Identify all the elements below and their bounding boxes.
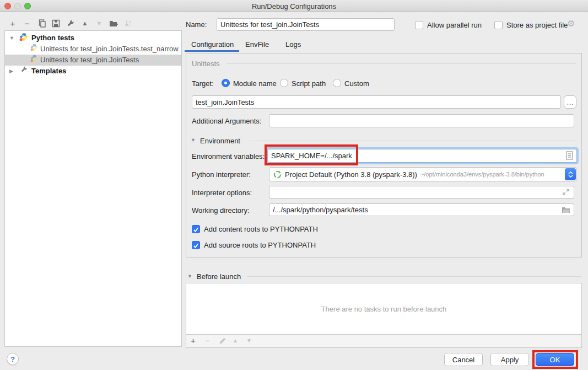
expand-field-icon[interactable] bbox=[562, 188, 570, 198]
environment-collapse-icon[interactable]: ▼ bbox=[191, 137, 196, 143]
group-divider bbox=[226, 63, 576, 64]
tree-item-templates[interactable]: ▶ Templates bbox=[5, 66, 181, 77]
radio-module-name-label[interactable]: Module name bbox=[233, 79, 277, 88]
wrench-icon bbox=[20, 66, 29, 74]
tree-item-label: Templates bbox=[31, 66, 66, 77]
svg-text:z: z bbox=[129, 24, 131, 27]
store-as-project-file-label: Store as project file bbox=[506, 21, 568, 29]
working-directory-input[interactable] bbox=[269, 203, 574, 216]
before-launch-divider bbox=[247, 276, 581, 277]
active-tab-underline bbox=[185, 50, 239, 52]
environment-variables-input[interactable] bbox=[267, 149, 577, 163]
add-source-roots-checkbox[interactable] bbox=[192, 241, 200, 249]
ok-button[interactable]: OK bbox=[536, 353, 574, 366]
help-button[interactable]: ? bbox=[7, 353, 19, 365]
tree-item-unittests-narrow[interactable]: Unittests for test_join.JoinTests.test_n… bbox=[5, 44, 181, 55]
environment-header[interactable]: Environment bbox=[200, 137, 240, 145]
configuration-panel: Unittests Target: Module name Script pat… bbox=[186, 53, 582, 258]
move-task-down-icon: ▼ bbox=[246, 337, 252, 344]
environment-variables-label: Environment variables: bbox=[192, 152, 265, 160]
cancel-button[interactable]: Cancel bbox=[444, 353, 483, 366]
allow-parallel-run-label: Allow parallel run bbox=[427, 21, 482, 29]
env-vars-focus-ring bbox=[266, 147, 579, 164]
save-icon[interactable] bbox=[51, 18, 61, 28]
remove-icon[interactable]: − bbox=[22, 18, 32, 28]
add-source-roots-label[interactable]: Add source roots to PYTHONPATH bbox=[204, 241, 316, 249]
python-interpreter-combo[interactable]: Project Default (Python 3.8 (pyspark-3.8… bbox=[269, 167, 577, 181]
tab-configuration[interactable]: Configuration bbox=[191, 40, 234, 49]
add-content-roots-checkbox[interactable] bbox=[192, 225, 200, 233]
svg-text:a: a bbox=[129, 20, 131, 23]
module-name-input[interactable] bbox=[192, 95, 561, 109]
tree-item-label: Unittests for test_join.JoinTests bbox=[40, 55, 139, 66]
additional-arguments-label: Additional Arguments: bbox=[192, 117, 261, 125]
move-task-up-icon: ▲ bbox=[233, 337, 238, 344]
edit-defaults-wrench-icon[interactable] bbox=[65, 18, 75, 28]
apply-button[interactable]: Apply bbox=[490, 353, 529, 366]
python-tests-icon bbox=[19, 33, 28, 41]
radio-module-name[interactable] bbox=[222, 79, 230, 87]
interpreter-options-label: Interpreter options: bbox=[192, 189, 252, 197]
name-label: Name: bbox=[186, 20, 207, 29]
add-content-roots-label[interactable]: Add content roots to PYTHONPATH bbox=[204, 225, 318, 233]
before-launch-header[interactable]: Before launch bbox=[197, 272, 241, 281]
python-interpreter-label: Python interpreter: bbox=[192, 170, 251, 179]
remove-task-icon: − bbox=[205, 336, 210, 345]
before-launch-task-list: There are no tasks to run before launch bbox=[186, 283, 582, 335]
radio-script-path-label[interactable]: Script path bbox=[292, 79, 326, 88]
edit-task-pencil-icon bbox=[219, 337, 226, 347]
run-configurations-tree: ▼ Python tests Unittests for test_join.J… bbox=[4, 30, 182, 347]
expand-triangle-icon[interactable]: ▶ bbox=[9, 66, 13, 77]
conda-environment-icon bbox=[273, 170, 282, 179]
unittests-group-title: Unittests bbox=[192, 60, 220, 68]
before-launch-empty-text: There are no tasks to run before launch bbox=[321, 305, 447, 313]
target-label: Target: bbox=[192, 79, 214, 88]
window-title: Run/Debug Configurations bbox=[0, 2, 588, 10]
additional-arguments-input[interactable] bbox=[269, 114, 574, 127]
move-up-icon[interactable]: ▲ bbox=[80, 18, 90, 28]
allow-parallel-run-checkbox[interactable] bbox=[415, 21, 423, 29]
env-vars-list-icon[interactable] bbox=[566, 151, 573, 162]
python-test-icon bbox=[30, 55, 39, 63]
folder-icon[interactable] bbox=[562, 206, 570, 216]
tree-item-unittests-jointests[interactable]: Unittests for test_join.JoinTests bbox=[5, 55, 181, 66]
environment-divider bbox=[249, 141, 576, 141]
tab-envfile[interactable]: EnvFile bbox=[245, 40, 269, 49]
add-task-icon[interactable]: + bbox=[191, 336, 196, 345]
collapse-triangle-icon[interactable]: ▼ bbox=[9, 33, 14, 44]
combo-stepper-icon[interactable] bbox=[565, 168, 576, 180]
radio-custom-label[interactable]: Custom bbox=[344, 79, 369, 88]
name-input[interactable] bbox=[217, 18, 395, 31]
store-as-project-file-checkbox[interactable] bbox=[494, 21, 503, 29]
tree-item-label: Python tests bbox=[31, 33, 74, 44]
gear-icon[interactable]: ⚙ bbox=[567, 18, 575, 29]
tree-item-label: Unittests for test_join.JoinTests.test_n… bbox=[40, 44, 179, 55]
browse-more-button[interactable]: … bbox=[564, 95, 576, 109]
title-bar: Run/Debug Configurations bbox=[0, 0, 588, 12]
new-folder-icon[interactable] bbox=[109, 18, 118, 28]
working-directory-label: Working directory: bbox=[192, 206, 250, 215]
add-icon[interactable]: + bbox=[8, 18, 18, 28]
sort-alphabetically-icon: az bbox=[123, 18, 133, 28]
tree-item-python-tests[interactable]: ▼ Python tests bbox=[5, 33, 181, 44]
before-launch-collapse-icon[interactable]: ▼ bbox=[187, 274, 192, 279]
interpreter-options-input[interactable] bbox=[269, 186, 574, 199]
python-test-icon bbox=[30, 44, 39, 52]
python-interpreter-path: ~/opt/miniconda3/envs/pyspark-3.8/bin/py… bbox=[420, 171, 544, 178]
move-down-icon: ▼ bbox=[94, 18, 104, 28]
python-interpreter-value: Project Default (Python 3.8 (pyspark-3.8… bbox=[285, 170, 417, 179]
copy-icon[interactable] bbox=[36, 18, 46, 28]
radio-custom[interactable] bbox=[333, 79, 341, 87]
radio-script-path[interactable] bbox=[280, 79, 288, 87]
before-launch-toolbar: + − ▲ ▼ bbox=[186, 335, 582, 348]
tab-logs[interactable]: Logs bbox=[285, 40, 301, 49]
